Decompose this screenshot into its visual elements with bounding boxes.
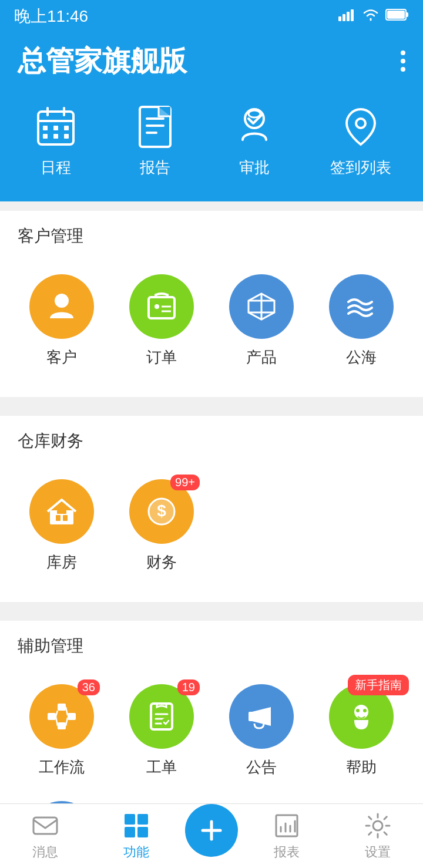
sea-label: 公海 — [346, 347, 377, 368]
svg-rect-11 — [43, 126, 48, 130]
bottom-nav: 消息 功能 报表 设置 — [0, 803, 423, 868]
top-icon-checkin[interactable]: 签到列表 — [330, 103, 391, 178]
svg-rect-0 — [338, 16, 341, 21]
svg-point-73 — [373, 821, 382, 830]
status-time: 晚上11:46 — [14, 5, 88, 28]
svg-rect-33 — [56, 515, 61, 521]
svg-rect-1 — [343, 14, 345, 21]
customer-icon-grid: 客户 订单 产品 公海 — [0, 257, 423, 397]
finance-item[interactable]: 99+ $ 财务 — [112, 467, 212, 584]
svg-rect-6 — [387, 11, 405, 19]
svg-text:$: $ — [157, 502, 166, 520]
warehouse-label: 库房 — [46, 552, 77, 573]
svg-rect-52 — [249, 712, 254, 721]
svg-rect-3 — [351, 9, 354, 21]
top-icon-schedule[interactable]: 日程 — [32, 103, 79, 178]
help-label: 帮助 — [346, 757, 377, 778]
status-bar: 晚上11:46 — [0, 0, 423, 33]
product-item[interactable]: 产品 — [212, 263, 311, 379]
order-label: 订单 — [146, 347, 177, 368]
svg-rect-16 — [64, 134, 69, 139]
svg-rect-12 — [53, 126, 58, 130]
warehouse-section-title: 仓库财务 — [0, 416, 423, 462]
svg-rect-39 — [48, 713, 56, 720]
top-icon-row: 日程 报告 审批 签到列表 — [0, 97, 423, 201]
auxiliary-section-title: 辅助管理 — [0, 621, 423, 667]
warehouse-icon-grid: 库房 99+ $ 财务 — [0, 462, 423, 602]
svg-point-23 — [356, 119, 365, 128]
warehouse-item[interactable]: 库房 — [12, 467, 112, 584]
svg-rect-41 — [58, 722, 66, 729]
nav-message-label: 消息 — [32, 843, 58, 861]
signal-icon — [338, 8, 356, 25]
svg-rect-63 — [137, 814, 148, 825]
svg-rect-5 — [406, 12, 408, 17]
svg-line-45 — [66, 707, 68, 715]
finance-badge: 99+ — [170, 475, 200, 490]
nav-function[interactable]: 功能 — [94, 812, 179, 861]
top-icon-report[interactable]: 报告 — [132, 103, 179, 178]
app-title: 总管家旗舰版 — [18, 42, 187, 80]
nav-add-button[interactable] — [185, 804, 238, 857]
workflow-item[interactable]: 36 工作流 — [12, 672, 112, 789]
svg-point-53 — [354, 705, 368, 719]
customer-section-title: 客户管理 — [0, 211, 423, 257]
svg-rect-40 — [58, 704, 66, 711]
app-header: 总管家旗舰版 — [0, 33, 423, 97]
workorder-badge: 19 — [177, 679, 200, 695]
report-label: 报告 — [140, 157, 170, 178]
svg-rect-64 — [125, 827, 135, 837]
svg-rect-13 — [64, 126, 69, 130]
customer-item[interactable]: 客户 — [12, 263, 112, 379]
svg-rect-35 — [57, 510, 66, 514]
wifi-icon — [362, 8, 380, 25]
svg-rect-15 — [53, 134, 58, 139]
status-right — [338, 8, 409, 25]
warehouse-section: 仓库财务 库房 99+ $ — [0, 416, 423, 602]
svg-point-54 — [356, 709, 360, 712]
schedule-label: 日程 — [41, 157, 71, 178]
svg-rect-25 — [149, 297, 174, 318]
battery-icon — [385, 8, 409, 25]
order-item[interactable]: 订单 — [112, 263, 212, 379]
nav-function-label: 功能 — [123, 843, 149, 861]
svg-point-24 — [55, 294, 69, 308]
svg-rect-34 — [63, 515, 68, 521]
svg-point-26 — [155, 304, 159, 309]
svg-line-46 — [66, 718, 68, 726]
svg-rect-65 — [137, 827, 148, 837]
finance-label: 财务 — [146, 552, 177, 573]
svg-rect-2 — [347, 12, 350, 21]
help-item[interactable]: 新手指南 帮助 — [311, 672, 411, 789]
workorder-label: 工单 — [146, 757, 177, 778]
nav-settings[interactable]: 设置 — [335, 812, 420, 861]
svg-point-22 — [249, 110, 260, 117]
svg-line-43 — [56, 711, 58, 716]
checkin-label: 签到列表 — [330, 157, 391, 178]
svg-rect-62 — [125, 814, 135, 825]
product-label: 产品 — [246, 347, 277, 368]
nav-message[interactable]: 消息 — [3, 812, 88, 861]
approval-label: 审批 — [239, 157, 270, 178]
help-badge-tip: 新手指南 — [348, 675, 409, 695]
workflow-label: 工作流 — [39, 757, 85, 778]
top-icon-approval[interactable]: 审批 — [231, 103, 278, 178]
workflow-badge: 36 — [78, 679, 100, 695]
svg-point-55 — [363, 709, 367, 712]
nav-report-label: 报表 — [274, 843, 300, 861]
svg-rect-61 — [33, 817, 57, 834]
notice-item[interactable]: 公告 — [212, 672, 311, 789]
svg-rect-14 — [43, 134, 48, 139]
svg-line-44 — [56, 716, 58, 726]
nav-settings-label: 设置 — [365, 843, 391, 861]
more-menu-button[interactable] — [401, 51, 405, 72]
workorder-item[interactable]: 19 工单 — [112, 672, 212, 789]
svg-rect-42 — [68, 713, 76, 720]
nav-report[interactable]: 报表 — [244, 812, 329, 861]
customer-section: 客户管理 客户 订单 产品 — [0, 211, 423, 397]
sea-item[interactable]: 公海 — [311, 263, 411, 379]
customer-label: 客户 — [46, 347, 77, 368]
notice-label: 公告 — [246, 757, 277, 778]
